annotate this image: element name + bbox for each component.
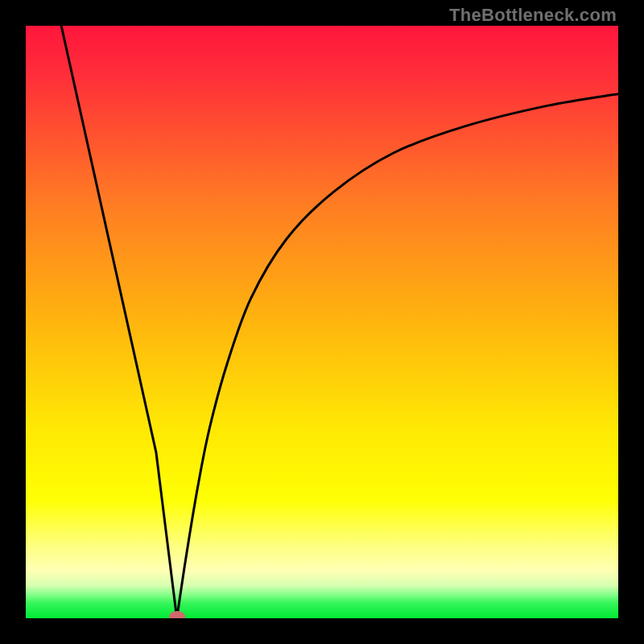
watermark-text: TheBottleneck.com (449, 5, 617, 26)
bottleneck-curve (26, 26, 618, 618)
minimum-marker-icon (169, 611, 185, 618)
plot-area (26, 26, 618, 618)
